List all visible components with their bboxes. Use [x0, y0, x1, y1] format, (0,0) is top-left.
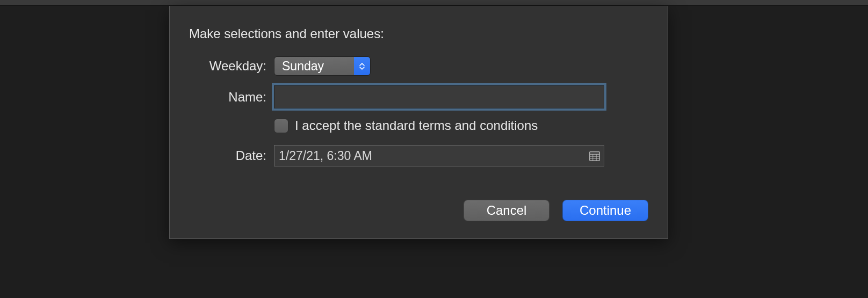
weekday-select[interactable]: Sunday [274, 56, 371, 76]
calendar-icon[interactable] [589, 150, 601, 162]
terms-row: I accept the standard terms and conditio… [189, 118, 648, 133]
continue-button[interactable]: Continue [562, 200, 648, 221]
window-toolbar [0, 0, 868, 6]
name-input[interactable] [274, 85, 604, 108]
date-label: Date: [189, 148, 274, 163]
date-value: 1/27/21, 6:30 AM [279, 149, 589, 163]
weekday-select-value: Sunday [274, 57, 354, 75]
name-row: Name: [189, 85, 648, 108]
dialog-buttons: Cancel Continue [464, 200, 648, 221]
form-dialog: Make selections and enter values: Weekda… [169, 6, 668, 239]
cancel-button[interactable]: Cancel [464, 200, 549, 221]
terms-checkbox[interactable] [274, 119, 288, 133]
date-input[interactable]: 1/27/21, 6:30 AM [274, 145, 604, 166]
weekday-row: Weekday: Sunday [189, 56, 648, 76]
terms-label: I accept the standard terms and conditio… [295, 118, 538, 133]
stepper-arrows-icon [354, 57, 370, 75]
dialog-heading: Make selections and enter values: [189, 26, 648, 41]
name-label: Name: [189, 90, 274, 105]
weekday-label: Weekday: [189, 59, 274, 74]
date-row: Date: 1/27/21, 6:30 AM [189, 145, 648, 166]
